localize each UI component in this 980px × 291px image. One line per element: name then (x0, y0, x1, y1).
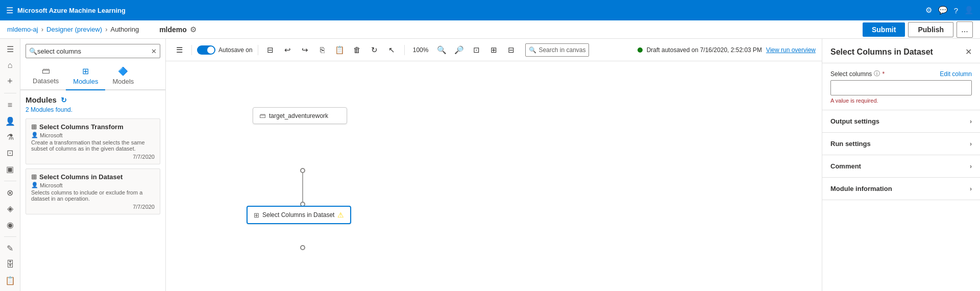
pipeline-settings-icon[interactable]: ⚙ (190, 25, 197, 34)
nav-icon-models[interactable]: ◈ (2, 202, 18, 215)
refresh-icon[interactable]: ↻ (61, 96, 67, 104)
run-settings-label: Run settings (830, 140, 871, 148)
app-title: Microsoft Azure Machine Learning (17, 7, 126, 14)
comment-chevron: › (970, 163, 972, 170)
module-icon-1: ⊞ (31, 123, 37, 131)
paste-btn[interactable]: 📋 (333, 43, 347, 57)
module-author-icon-2: 👤 (31, 182, 38, 188)
autosave-status-text: Draft autosaved on 7/16/2020, 2:52:03 PM (647, 46, 762, 54)
panel-tabs: 🗃 Datasets ⊞ Modules 🔷 Models (20, 62, 165, 90)
nav-separator-3 (4, 236, 16, 237)
canvas-toolbar: ☰ Autosave on ⊟ ↩ ↪ ⎘ 📋 🗑 ↻ ↖ 100% 🔍 🔎 ⊡… (166, 39, 822, 61)
fit-btn[interactable]: ⊡ (469, 43, 483, 57)
help-icon[interactable]: ? (954, 6, 958, 15)
status-bar: Draft autosaved on 7/16/2020, 2:52:03 PM… (638, 46, 816, 54)
tab-models[interactable]: 🔷 Models (105, 62, 141, 90)
search-box: 🔍 ✕ (26, 44, 160, 58)
module-card-1[interactable]: ⊞ Select Columns Transform 👤 Microsoft C… (26, 118, 160, 164)
right-panel-title: Select Columns in Dataset (830, 47, 933, 57)
search-input[interactable] (37, 47, 151, 55)
select-columns-input[interactable] (830, 80, 972, 95)
nav-icon-compute[interactable]: ▣ (2, 163, 18, 176)
module-author-2: Microsoft (40, 182, 63, 188)
feedback-icon[interactable]: 💬 (938, 6, 948, 15)
node1-output-dot[interactable] (300, 168, 305, 173)
nav-icon-people[interactable]: 👤 (2, 114, 18, 127)
nav-icon-notes[interactable]: 📋 (2, 274, 18, 287)
cursor-btn[interactable]: ↖ (385, 43, 399, 57)
found-count: 2 Modules found. (26, 106, 160, 113)
connector-svg (166, 61, 822, 291)
more-button[interactable]: ... (957, 21, 973, 38)
node1-icon: 🗃 (259, 112, 266, 119)
nav-icon-data[interactable]: ⊗ (2, 186, 18, 199)
close-panel-icon[interactable]: ✕ (965, 47, 972, 57)
tab-modules[interactable]: ⊞ Modules (66, 62, 105, 90)
right-panel-form: Select columns ⓘ * Edit column A value i… (822, 63, 980, 110)
nav-icon-experiments[interactable]: ⚗ (2, 131, 18, 143)
zoom-level[interactable]: 100% (410, 46, 432, 54)
clear-search-icon[interactable]: ✕ (151, 47, 157, 55)
accordion-run-settings[interactable]: Run settings › (822, 133, 980, 155)
tab-datasets[interactable]: 🗃 Datasets (26, 62, 66, 90)
node2-warning-icon: ⚠ (337, 211, 344, 219)
pointer-tool-btn[interactable]: ☰ (172, 43, 186, 57)
redo-btn[interactable]: ↪ (298, 43, 312, 57)
accordion-output-settings[interactable]: Output settings › (822, 110, 980, 133)
canvas[interactable]: 🗃 target_adventurework ⊞ Select Columns … (166, 61, 822, 291)
copy-btn[interactable]: ⎘ (315, 43, 330, 57)
nav-icon-edit[interactable]: ✎ (2, 242, 18, 255)
right-panel-header: Select Columns in Dataset ✕ (822, 39, 980, 63)
layout-btn[interactable]: ⊟ (263, 43, 278, 57)
submit-button[interactable]: Submit (863, 22, 905, 37)
accordion-module-info[interactable]: Module information › (822, 178, 980, 200)
autosave-track[interactable] (197, 45, 215, 55)
nav-icon-storage[interactable]: 🗄 (2, 258, 18, 271)
help-tooltip-icon[interactable]: ⓘ (874, 69, 880, 78)
zoom-out-btn[interactable]: 🔍 (434, 43, 449, 57)
status-dot (638, 47, 643, 53)
modules-tab-icon: ⊞ (82, 66, 89, 76)
publish-button[interactable]: Publish (908, 22, 953, 37)
minimap-btn[interactable]: ⊟ (504, 43, 518, 57)
nav-icon-resources[interactable]: ≡ (2, 99, 18, 111)
nav-icon-pipelines[interactable]: ⊡ (2, 147, 18, 159)
breadcrumb-item-2[interactable]: Designer (preview) (46, 26, 102, 33)
autosave-toggle[interactable]: Autosave on (197, 45, 253, 55)
accordion-comment[interactable]: Comment › (822, 155, 980, 178)
node2-label: Select Columns in Dataset (262, 211, 334, 219)
main-layout: ☰ ⌂ + ≡ 👤 ⚗ ⊡ ▣ ⊗ ◈ ◉ ✎ 🗄 📋 🔍 ✕ 🗃 Datase… (0, 39, 980, 291)
module-author-icon-1: 👤 (31, 132, 38, 138)
nav-icon-monitor[interactable]: ◉ (2, 219, 18, 231)
edit-column-link[interactable]: Edit column (940, 70, 972, 78)
pipeline-name: mldemo (159, 26, 187, 34)
node-target-adventurework[interactable]: 🗃 target_adventurework (253, 107, 347, 124)
settings-top-icon[interactable]: ⚙ (925, 6, 932, 15)
undo-btn[interactable]: ↩ (281, 43, 295, 57)
delete-btn[interactable]: 🗑 (350, 43, 364, 57)
module-author-1: Microsoft (40, 132, 63, 138)
datasets-tab-icon: 🗃 (42, 66, 50, 76)
zoom-in-btn[interactable]: 🔎 (452, 43, 466, 57)
module-info-label: Module information (830, 185, 892, 192)
right-panel: Select Columns in Dataset ✕ Select colum… (822, 39, 980, 291)
user-icon[interactable]: 👤 (964, 6, 974, 15)
grid-btn[interactable]: ⊞ (486, 43, 501, 57)
nav-icon-add[interactable]: + (2, 75, 18, 88)
node1-label: target_adventurework (269, 112, 328, 119)
output-settings-label: Output settings (830, 117, 879, 125)
module-card-2[interactable]: ⊞ Select Columns in Dataset 👤 Microsoft … (26, 168, 160, 214)
output-settings-chevron: › (970, 118, 972, 125)
nav-icon-home[interactable]: ⌂ (2, 59, 18, 71)
modules-tab-label: Modules (73, 78, 98, 85)
canvas-search-label[interactable]: Search in canvas (538, 46, 585, 54)
module-date-2: 7/7/2020 (31, 204, 155, 210)
nav-icon-menu[interactable]: ☰ (2, 43, 18, 56)
refresh-canvas-btn[interactable]: ↻ (368, 43, 382, 57)
node2-output-dot[interactable] (300, 245, 305, 250)
breadcrumb-item-1[interactable]: mldemo-aj (7, 26, 38, 33)
node-select-columns[interactable]: ⊞ Select Columns in Dataset ⚠ (247, 206, 351, 224)
hamburger-icon[interactable]: ☰ (6, 6, 13, 15)
view-run-link[interactable]: View run overview (766, 46, 816, 54)
top-bar-icons: ⚙ 💬 ? 👤 (925, 6, 974, 15)
